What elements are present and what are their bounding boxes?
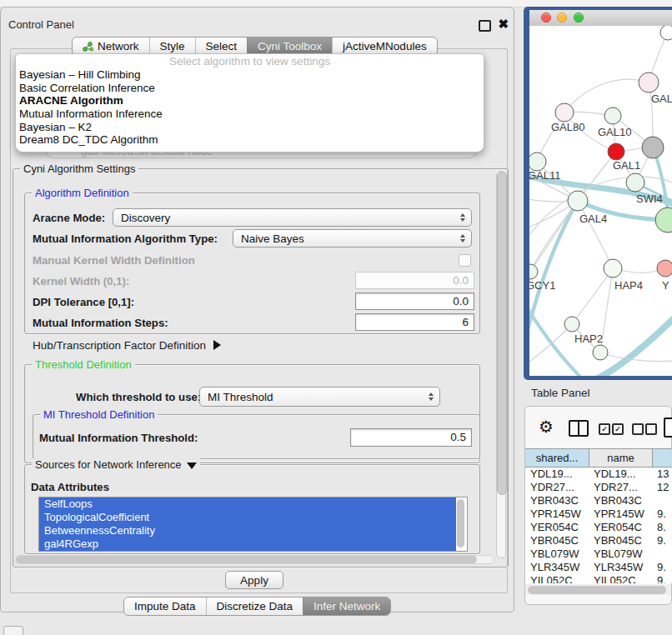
- network-node-label: GAL80: [551, 121, 584, 133]
- document-icon[interactable]: [664, 418, 672, 438]
- settings-horizontal-scrollbar-thumb[interactable]: [16, 556, 477, 563]
- attribute-item[interactable]: gal4RGexp: [39, 538, 456, 551]
- network-node-label: HAP2: [574, 332, 603, 345]
- table-cell: YBL079W: [589, 548, 653, 561]
- table-row[interactable]: YIL052CYIL052C9.: [525, 574, 672, 583]
- network-node[interactable]: [529, 152, 546, 171]
- algorithm-popup: Select algorithm to view settings Bayesi…: [15, 53, 484, 152]
- column-header-partial[interactable]: [653, 449, 672, 467]
- table-row[interactable]: YLR345WYLR345W9.: [525, 561, 672, 574]
- tab-infer-network[interactable]: Infer Network: [303, 598, 390, 615]
- table-cell: 13: [653, 468, 672, 481]
- hub-definition-toggle[interactable]: Hub/Transcription Factor Definition: [33, 339, 221, 352]
- network-node[interactable]: [555, 103, 574, 122]
- tab-style[interactable]: Style: [149, 38, 195, 55]
- table-row[interactable]: YER054CYER054C8.: [525, 521, 672, 534]
- hub-definition-label: Hub/Transcription Factor Definition: [33, 339, 206, 352]
- apply-button[interactable]: Apply: [225, 571, 283, 589]
- attribute-item[interactable]: SelfLoops: [39, 498, 456, 511]
- mi-steps-field[interactable]: 6: [355, 313, 474, 331]
- network-node[interactable]: [593, 345, 608, 360]
- zoom-traffic-light[interactable]: [574, 12, 584, 22]
- algorithm-popup-item[interactable]: ARACNE Algorithm: [16, 94, 484, 108]
- close-traffic-light[interactable]: [541, 12, 551, 22]
- algorithm-popup-prompt: Select algorithm to view settings: [16, 54, 484, 68]
- table-cell: 9.: [653, 534, 672, 548]
- aracne-mode-combo[interactable]: Discovery: [113, 208, 472, 227]
- minimize-traffic-light[interactable]: [557, 12, 567, 22]
- algorithm-definition-title: Algorithm Definition: [32, 187, 133, 199]
- table-cell: YDL19...: [525, 468, 589, 481]
- table-row[interactable]: YDL19...YDL19...13: [525, 468, 672, 481]
- table-row[interactable]: YBR043CYBR043C: [525, 494, 672, 508]
- table-horizontal-scrollbar-thumb[interactable]: [528, 586, 666, 594]
- column-header-shared-name[interactable]: shared...: [525, 449, 589, 467]
- tab-discretize-data[interactable]: Discretize Data: [206, 598, 303, 615]
- collapse-down-icon: [187, 462, 197, 469]
- network-node[interactable]: [564, 317, 579, 332]
- network-node[interactable]: [626, 173, 644, 192]
- algorithm-popup-item[interactable]: Mutual Information Inference: [16, 108, 484, 121]
- algorithm-popup-item[interactable]: Dream8 DC_TDC Algorithm: [16, 133, 484, 147]
- combo-arrows-icon: [460, 234, 465, 242]
- float-window-icon[interactable]: [479, 20, 491, 32]
- algorithm-popup-item[interactable]: Bayesian – Hill Climbing: [16, 68, 484, 82]
- table-row[interactable]: YBR045CYBR045C9.: [525, 534, 672, 548]
- tab-network[interactable]: Network: [73, 38, 149, 55]
- checked-checkbox-icon[interactable]: ✓: [612, 423, 624, 435]
- column-header-name[interactable]: name: [589, 449, 653, 467]
- network-window-titlebar[interactable]: [529, 10, 672, 27]
- attribute-item[interactable]: TopologicalCoefficient: [39, 511, 456, 524]
- mi-type-label: Mutual Information Algorithm Type:: [33, 232, 218, 245]
- network-view-frame[interactable]: GALGAL80GAL10GAL1GAL11SWI4GAL4GCY1HAP4YH…: [524, 7, 672, 380]
- algorithm-popup-list: Bayesian – Hill ClimbingBasic Correlatio…: [16, 68, 484, 147]
- network-node[interactable]: [642, 137, 664, 158]
- network-graph: GALGAL80GAL10GAL1GAL11SWI4GAL4GCY1HAP4YH…: [529, 26, 672, 376]
- settings-vertical-scrollbar[interactable]: [496, 171, 506, 558]
- corner-widget[interactable]: [3, 626, 23, 635]
- unchecked-checkbox-icon[interactable]: [632, 423, 644, 435]
- network-node[interactable]: [655, 208, 672, 232]
- mi-threshold-label: Mutual Information Threshold:: [39, 432, 198, 444]
- network-node[interactable]: [660, 26, 672, 40]
- table-cell: YER054C: [589, 521, 653, 534]
- algorithm-popup-item[interactable]: Basic Correlation Inference: [16, 82, 484, 95]
- dpi-tolerance-field[interactable]: 0.0: [355, 292, 474, 310]
- split-columns-icon[interactable]: [569, 420, 589, 437]
- tab-select[interactable]: Select: [195, 38, 248, 55]
- mi-threshold-field[interactable]: 0.5: [350, 428, 472, 447]
- manual-kernel-checkbox: [459, 254, 471, 267]
- table-row[interactable]: YDR27...YDR27...12: [525, 481, 672, 494]
- network-node[interactable]: [657, 260, 672, 277]
- sources-group-title[interactable]: Sources for Network Inference: [32, 458, 200, 471]
- table-row[interactable]: YPR145WYPR145W9.: [525, 508, 672, 521]
- network-node-label: GAL4: [579, 212, 607, 225]
- unchecked-checkbox-icon[interactable]: [645, 423, 657, 435]
- attribute-item[interactable]: BetweennessCentrality: [39, 524, 456, 538]
- tab-impute-data[interactable]: Impute Data: [124, 598, 206, 615]
- table-row[interactable]: YBL079WYBL079W: [525, 548, 672, 561]
- network-node[interactable]: [568, 191, 588, 211]
- table-cell: YDL19...: [589, 468, 653, 481]
- table-horizontal-scrollbar[interactable]: [525, 584, 671, 595]
- table-cell: YLR345W: [525, 561, 589, 574]
- network-node[interactable]: [639, 72, 659, 92]
- gear-icon[interactable]: ⚙: [539, 418, 554, 435]
- tab-impute-data-label: Impute Data: [134, 598, 196, 615]
- settings-horizontal-scrollbar[interactable]: [14, 555, 494, 564]
- settings-vertical-scrollbar-thumb[interactable]: [497, 172, 507, 495]
- list-scrollbar-thumb[interactable]: [457, 499, 464, 548]
- mi-type-combo[interactable]: Naive Bayes: [233, 229, 472, 248]
- tab-jactivemnodules[interactable]: jActiveMNodules: [332, 38, 437, 55]
- which-threshold-combo[interactable]: MI Threshold: [199, 387, 440, 407]
- data-attributes-label: Data Attributes: [31, 481, 109, 493]
- network-node[interactable]: [604, 108, 621, 124]
- network-canvas[interactable]: GALGAL80GAL10GAL1GAL11SWI4GAL4GCY1HAP4YH…: [529, 26, 672, 376]
- network-node[interactable]: [529, 264, 538, 279]
- network-node[interactable]: [604, 259, 622, 278]
- algorithm-popup-item[interactable]: Bayesian – K2: [16, 121, 484, 134]
- tab-cyni-toolbox[interactable]: Cyni Toolbox: [247, 38, 332, 55]
- checked-checkbox-icon[interactable]: ✓: [599, 423, 610, 435]
- close-icon[interactable]: ✖: [498, 17, 509, 32]
- network-node[interactable]: [608, 143, 624, 160]
